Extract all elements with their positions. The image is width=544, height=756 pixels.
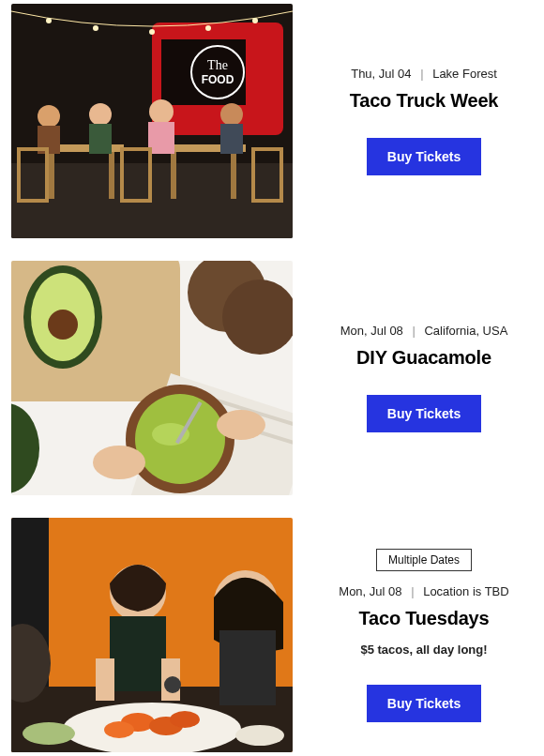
separator: | [411, 584, 414, 598]
svg-rect-16 [171, 152, 176, 199]
svg-point-8 [93, 25, 98, 31]
event-location: Location is TBD [423, 584, 509, 598]
events-list: The FOOD [0, 0, 544, 756]
svg-text:FOOD: FOOD [202, 73, 234, 86]
buy-tickets-button[interactable]: Buy Tickets [367, 138, 481, 175]
svg-rect-51 [110, 616, 166, 691]
svg-point-10 [205, 25, 211, 31]
svg-point-11 [252, 18, 258, 23]
svg-point-22 [149, 99, 174, 124]
svg-rect-21 [89, 124, 112, 154]
event-row: The FOOD [11, 4, 533, 238]
event-title: Taco Truck Week [350, 90, 499, 112]
svg-rect-52 [96, 658, 114, 701]
separator: | [412, 324, 415, 338]
svg-rect-25 [220, 124, 243, 154]
svg-point-9 [149, 29, 155, 35]
event-title: Taco Tuesdays [359, 608, 490, 629]
event-row: Mon, Jul 08 | California, USA DIY Guacam… [11, 261, 533, 495]
svg-point-59 [104, 721, 134, 738]
separator: | [420, 67, 423, 81]
event-meta: Thu, Jul 04 | Lake Forest [351, 67, 497, 81]
svg-point-63 [164, 676, 181, 693]
svg-rect-13 [49, 152, 54, 199]
svg-text:The: The [207, 58, 228, 72]
event-date: Mon, Jul 08 [340, 324, 403, 338]
svg-point-44 [217, 410, 265, 440]
svg-point-18 [38, 105, 60, 128]
svg-point-61 [23, 722, 75, 745]
event-location: California, USA [424, 324, 507, 338]
event-info: Thu, Jul 04 | Lake Forest Taco Truck Wee… [315, 67, 533, 175]
svg-point-60 [170, 711, 200, 728]
svg-point-43 [93, 446, 145, 479]
event-meta: Mon, Jul 08 | California, USA [340, 324, 508, 338]
event-info: Multiple Dates Mon, Jul 08 | Location is… [315, 549, 533, 722]
event-date: Thu, Jul 04 [351, 67, 411, 81]
svg-point-62 [235, 725, 284, 746]
event-date: Mon, Jul 08 [339, 584, 401, 598]
event-image [11, 261, 293, 495]
event-meta: Mon, Jul 08 | Location is TBD [339, 584, 508, 598]
event-image: The FOOD [11, 4, 293, 238]
buy-tickets-button[interactable]: Buy Tickets [367, 395, 481, 432]
svg-rect-17 [231, 152, 236, 199]
svg-point-20 [89, 103, 112, 126]
event-title: DIY Guacamole [356, 347, 491, 369]
event-image [11, 518, 293, 752]
event-subtitle: $5 tacos, all day long! [360, 643, 487, 657]
event-row: Multiple Dates Mon, Jul 08 | Location is… [11, 518, 533, 752]
event-location: Lake Forest [432, 67, 497, 81]
buy-tickets-button[interactable]: Buy Tickets [367, 685, 481, 722]
svg-rect-23 [148, 122, 174, 154]
multiple-dates-badge: Multiple Dates [376, 549, 472, 571]
svg-point-7 [46, 18, 52, 23]
event-info: Mon, Jul 08 | California, USA DIY Guacam… [315, 324, 533, 432]
svg-point-24 [220, 103, 243, 126]
svg-point-33 [48, 310, 78, 340]
svg-rect-55 [219, 630, 276, 705]
svg-rect-14 [109, 152, 114, 199]
